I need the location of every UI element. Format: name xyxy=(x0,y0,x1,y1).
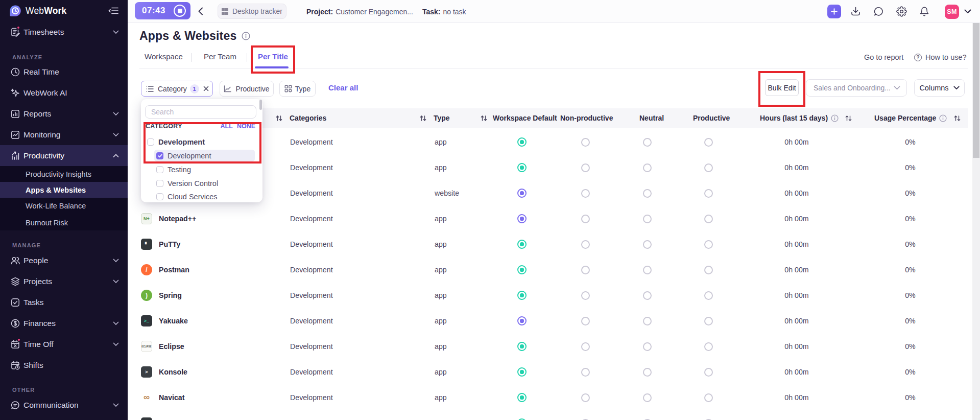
sidebar-item-real-time[interactable]: Real Time xyxy=(0,61,128,82)
productive-radio[interactable] xyxy=(704,368,713,377)
back-chevron-icon[interactable] xyxy=(198,7,203,15)
productive-radio[interactable] xyxy=(704,189,713,198)
neutral-radio[interactable] xyxy=(643,317,652,325)
table-row[interactable]: >_ Yakuake Development app 0h 00m 0% xyxy=(141,308,968,334)
non-productive-radio[interactable] xyxy=(581,266,590,274)
non-productive-radio[interactable] xyxy=(581,342,590,351)
sidebar-item-productivity[interactable]: Productivity xyxy=(0,145,128,166)
info-icon[interactable] xyxy=(831,114,839,122)
workspace-default-radio[interactable] xyxy=(517,316,527,325)
productive-radio[interactable] xyxy=(704,393,713,402)
stop-timer-icon[interactable] xyxy=(174,5,186,17)
non-productive-radio[interactable] xyxy=(581,189,590,198)
neutral-radio[interactable] xyxy=(643,138,652,147)
option-version-control[interactable]: Version Control xyxy=(156,178,218,189)
sort-icon[interactable] xyxy=(481,115,487,122)
workspace-default-radio[interactable] xyxy=(517,240,527,249)
productive-radio[interactable] xyxy=(704,291,713,300)
column-header-workspace-default[interactable]: Workspace Default xyxy=(481,114,557,122)
column-header-usage[interactable]: Usage Percentage xyxy=(853,114,968,122)
sidebar-item-people[interactable]: People xyxy=(0,250,128,271)
productive-radio[interactable] xyxy=(704,266,713,274)
sidebar-item-productivity-insights[interactable]: Productivity Insights xyxy=(0,166,128,182)
sidebar-collapse-icon[interactable] xyxy=(108,6,119,15)
columns-select[interactable]: Columns xyxy=(914,79,965,97)
remove-category-filter-icon[interactable] xyxy=(203,86,209,91)
neutral-radio[interactable] xyxy=(643,164,652,172)
gear-icon[interactable] xyxy=(896,6,907,17)
checkbox-unchecked[interactable] xyxy=(156,166,163,173)
sort-icon[interactable] xyxy=(420,115,426,122)
non-productive-radio[interactable] xyxy=(581,215,590,223)
column-header-hours[interactable]: Hours (last 15 days) xyxy=(740,114,853,122)
sidebar-item-apps-websites[interactable]: Apps & Websites xyxy=(0,182,128,198)
sidebar-item-monitoring[interactable]: Monitoring xyxy=(0,124,128,145)
search-input[interactable] xyxy=(145,105,256,119)
clear-all-link[interactable]: Clear all xyxy=(328,83,358,92)
neutral-radio[interactable] xyxy=(643,342,652,351)
checkbox-unchecked[interactable] xyxy=(156,180,163,187)
sidebar-item-projects[interactable]: Projects xyxy=(0,271,128,292)
sidebar-item-communication[interactable]: Communication xyxy=(0,394,128,415)
workspace-default-radio[interactable] xyxy=(517,214,527,223)
avatar[interactable]: SM xyxy=(945,5,959,19)
neutral-radio[interactable] xyxy=(643,368,652,377)
neutral-radio[interactable] xyxy=(643,215,652,223)
workspace-default-radio[interactable] xyxy=(517,137,527,147)
workspace-default-radio[interactable] xyxy=(517,163,527,172)
chat-icon[interactable] xyxy=(873,6,884,17)
non-productive-radio[interactable] xyxy=(581,368,590,377)
table-row[interactable]: N+ Notepad++ Development app 0h 00m 0% xyxy=(141,206,968,231)
productive-radio[interactable] xyxy=(704,342,713,351)
filter-productive-chip[interactable]: Productive xyxy=(220,81,274,97)
table-row[interactable]: / Postman Development app 0h 00m 0% xyxy=(141,257,968,283)
sort-icon[interactable] xyxy=(845,115,852,122)
profile-chevron-icon[interactable] xyxy=(964,9,971,14)
task-value[interactable]: no task xyxy=(443,8,466,16)
sidebar-item-time-off[interactable]: Time Off xyxy=(0,334,128,355)
neutral-radio[interactable] xyxy=(643,189,652,198)
option-testing[interactable]: Testing xyxy=(156,165,191,175)
table-row[interactable]: ▘ PuTTy Development app 0h 00m 0% xyxy=(141,231,968,257)
table-row[interactable]: ∞ Navicat Development app 0h 00m 0% xyxy=(141,385,968,410)
workspace-default-radio[interactable] xyxy=(517,342,527,351)
table-row[interactable]: Development website 0h 00m 0% xyxy=(141,180,968,206)
page-scrollbar-thumb[interactable] xyxy=(973,23,979,158)
timer-button[interactable]: 07:43 xyxy=(135,2,190,19)
workspace-default-radio[interactable] xyxy=(517,189,527,198)
non-productive-radio[interactable] xyxy=(581,164,590,172)
sidebar-item-work-life-balance[interactable]: Work-Life Balance xyxy=(0,198,128,214)
sort-icon[interactable] xyxy=(954,115,961,122)
sort-icon[interactable] xyxy=(276,115,282,122)
bell-icon[interactable] xyxy=(919,6,929,17)
workspace-default-radio[interactable] xyxy=(517,291,527,300)
sidebar-item-timesheets[interactable]: Timesheets xyxy=(0,21,128,42)
productive-radio[interactable] xyxy=(704,240,713,249)
tab-per-team[interactable]: Per Team xyxy=(204,52,236,61)
add-button[interactable] xyxy=(827,5,841,18)
column-header-categories[interactable]: Categories xyxy=(276,114,420,122)
checkbox-unchecked[interactable] xyxy=(156,193,163,200)
table-row[interactable]: Development app 0h 00m 0% xyxy=(141,129,968,155)
filter-category-chip[interactable]: Category 1 xyxy=(141,81,213,97)
how-to-use-link[interactable]: ? How to use? xyxy=(914,53,967,61)
column-header-type[interactable]: Type xyxy=(420,114,481,122)
non-productive-radio[interactable] xyxy=(581,138,590,147)
neutral-radio[interactable] xyxy=(643,291,652,300)
workspace-default-radio[interactable] xyxy=(517,367,527,377)
sidebar-item-finances[interactable]: Finances xyxy=(0,313,128,334)
table-row[interactable]: ECLIPSE Eclipse Development app 0h 00m 0… xyxy=(141,334,968,359)
sidebar-item-reports[interactable]: Reports xyxy=(0,103,128,124)
dropdown-scrollbar-thumb[interactable] xyxy=(259,100,262,110)
productive-radio[interactable] xyxy=(704,164,713,172)
sidebar-item-burnout-risk[interactable]: Burnout Risk xyxy=(0,215,128,230)
option-cloud-services[interactable]: Cloud Services xyxy=(156,192,218,202)
table-row[interactable]: Development app 0h 00m 0% xyxy=(141,155,968,180)
table-row[interactable]: > Konsole Development app 0h 00m 0% xyxy=(141,359,968,385)
productive-radio[interactable] xyxy=(704,138,713,147)
sidebar-item-tasks[interactable]: Tasks xyxy=(0,292,128,313)
table-row[interactable]: ) Spring Development app 0h 00m 0% xyxy=(141,283,968,308)
sidebar-item-webwork-ai[interactable]: WebWork AI xyxy=(0,82,128,103)
go-to-report-link[interactable]: Go to report xyxy=(864,53,903,61)
neutral-radio[interactable] xyxy=(643,240,652,249)
